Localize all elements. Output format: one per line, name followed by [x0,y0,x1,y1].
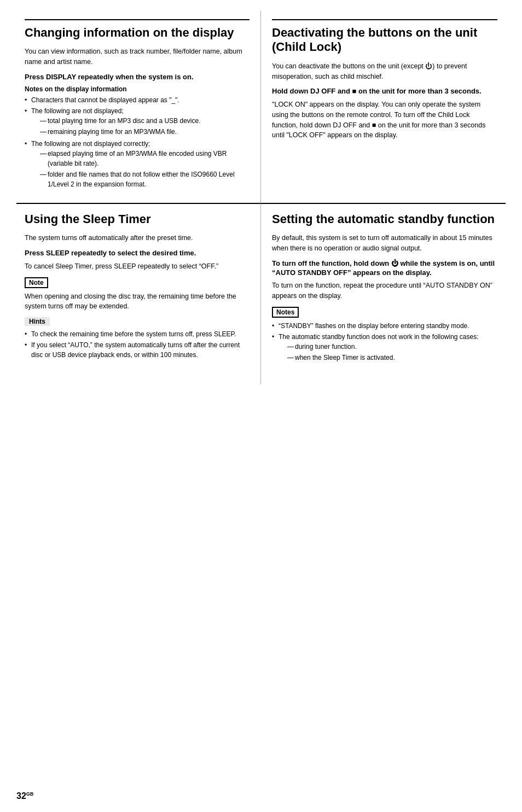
press-display-heading: Press DISPLAY repeatedly when the system… [25,73,250,82]
page-suffix: GB [26,791,34,797]
list-item: total playing time for an MP3 disc and a… [40,116,250,126]
section-divider [272,19,497,20]
list-item: “STANDBY” flashes on the display before … [272,321,497,331]
hints-label-box: Hints [25,317,250,329]
list-item: remaining playing time for an MP3/WMA fi… [40,127,250,137]
hints-list: To check the remaining time before the s… [25,329,250,360]
section-title-child-lock: Deactivating the buttons on the unit (Ch… [272,26,497,55]
list-item: Characters that cannot be displayed appe… [25,95,250,105]
hold-dj-off-heading: Hold down DJ OFF and ■ on the unit for m… [272,87,497,96]
list-item: elapsed playing time of an MP3/WMA file … [40,149,250,168]
right-bottom-spacer [261,376,506,384]
list-item: To check the remaining time before the s… [25,329,250,339]
list-item: The following are not displayed; total p… [25,106,250,137]
list-item: The following are not displayed correctl… [25,139,250,189]
hints-label: Hints [25,317,50,326]
section-title-changing-display: Changing information on the display [25,26,250,40]
note-body: When opening and closing the disc tray, … [25,291,250,312]
section-auto-standby: Setting the automatic standby function B… [261,203,506,376]
sleep-timer-intro: The system turns off automatically after… [25,233,250,243]
not-displayed-correctly-list: elapsed playing time of an MP3/WMA file … [31,149,250,189]
auto-standby-body: To turn on the function, repeat the proc… [272,281,497,301]
section-title-auto-standby: Setting the automatic standby function [272,212,497,226]
left-bottom-spacer [16,376,261,384]
changing-display-intro: You can view information, such as track … [25,46,250,67]
list-item: during tuner function. [287,342,497,352]
note-label: Note [25,277,48,288]
display-notes-list: Characters that cannot be displayed appe… [25,95,250,189]
sleep-timer-body: To cancel Sleep Timer, press SLEEP repea… [25,261,250,272]
page-number-text: 32 [16,791,26,801]
cases-list: during tuner function. when the Sleep Ti… [279,342,497,363]
section-title-sleep-timer: Using the Sleep Timer [25,212,250,226]
not-displayed-list: total playing time for an MP3 disc and a… [31,116,250,137]
turn-off-function-heading: To turn off the function, hold down ⏻ wh… [272,259,497,278]
section-changing-display: Changing information on the display You … [16,11,261,203]
section-sleep-timer: Using the Sleep Timer The system turns o… [16,203,261,376]
section-child-lock: Deactivating the buttons on the unit (Ch… [261,11,506,203]
lock-on-text: "LOCK ON" appears on the display. You ca… [272,100,497,141]
notes-on-display-heading: Notes on the display information [25,85,250,93]
list-item: when the Sleep Timer is activated. [287,353,497,363]
notes-label: Notes [272,307,299,318]
auto-standby-notes-list: “STANDBY” flashes on the display before … [272,321,497,363]
list-item: If you select “AUTO,” the system automat… [25,340,250,360]
section-divider [25,19,250,20]
auto-standby-intro: By default, this system is set to turn o… [272,233,497,254]
page-number: 32GB [16,791,33,801]
press-sleep-heading: Press SLEEP repeatedly to select the des… [25,249,250,258]
list-item: folder and file names that do not follow… [40,170,250,189]
notes-label-box: Notes [272,307,497,321]
note-label-box: Note [25,277,250,291]
child-lock-intro: You can deactivate the buttons on the un… [272,61,497,82]
list-item: The automatic standby function does not … [272,332,497,363]
